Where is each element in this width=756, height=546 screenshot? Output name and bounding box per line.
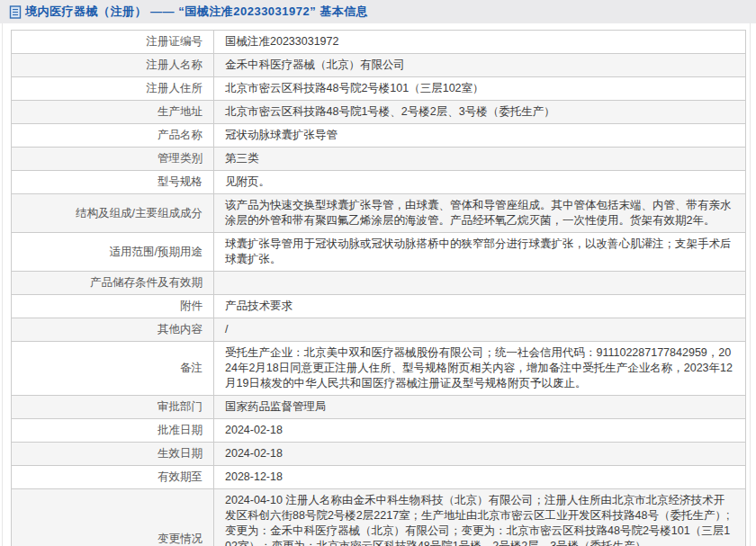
row-label: 适用范围/预期用途 [12,233,214,272]
row-value: 国家药品监督管理局 [214,396,746,419]
row-value: 2024-04-10 注册人名称由金禾中科生物科技（北京）有限公司；注册人住所由… [214,489,746,546]
table-row: 注册证编号国械注准20233031972 [12,31,746,54]
page-left-edge-line [2,23,3,546]
page-title: 境内医疗器械（注册） —— “国械注准20233031972” 基本信息 [25,4,368,20]
table-row: 批准日期2024-02-18 [12,419,746,443]
info-table-body: 注册证编号国械注准20233031972注册人名称金禾中科医疗器械（北京）有限公… [12,31,746,546]
table-row: 产品储存条件及有效期 [12,272,746,295]
row-value: 2024-02-18 [214,443,746,466]
table-row: 生效日期2024-02-18 [12,443,746,466]
row-label: 批准日期 [12,419,214,443]
row-value: 受托生产企业：北京美中双和医疗器械股份有限公司；统一社会信用代码：9111022… [214,342,746,396]
page-right-edge-line [750,23,751,546]
row-label: 生效日期 [12,443,214,466]
table-row: 备注受托生产企业：北京美中双和医疗器械股份有限公司；统一社会信用代码：91110… [12,342,746,396]
row-label: 附件 [12,295,214,318]
row-value: 北京市密云区科技路48号院2号楼101（三层102室） [214,77,746,101]
table-row: 产品名称冠状动脉球囊扩张导管 [12,124,746,148]
row-value [214,272,746,295]
row-value: 北京市密云区科技路48号院1号楼、2号楼2层、3号楼（委托生产） [214,101,746,124]
row-label: 注册人名称 [12,54,214,77]
registration-info-table: 注册证编号国械注准20233031972注册人名称金禾中科医疗器械（北京）有限公… [11,30,746,546]
page-header: 境内医疗器械（注册） —— “国械注准20233031972” 基本信息 [0,0,756,23]
row-value: 冠状动脉球囊扩张导管 [214,124,746,148]
table-row: 变更情况2024-04-10 注册人名称由金禾中科生物科技（北京）有限公司；注册… [12,489,746,546]
row-value: 2028-12-18 [214,466,746,489]
row-label: 变更情况 [12,489,214,546]
row-label: 备注 [12,342,214,396]
row-value: 该产品为快速交换型球囊扩张导管，由球囊、管体和导管座组成。其中管体包括末端、内管… [214,194,746,233]
row-value: / [214,318,746,342]
registration-info-table-wrap: 注册证编号国械注准20233031972注册人名称金禾中科医疗器械（北京）有限公… [11,30,746,546]
row-label: 注册证编号 [12,31,214,54]
table-row: 生产地址北京市密云区科技路48号院1号楼、2号楼2层、3号楼（委托生产） [12,101,746,124]
row-label: 有效期至 [12,466,214,489]
row-label: 结构及组成/主要组成成分 [12,194,214,233]
table-row: 其他内容/ [12,318,746,342]
table-row: 注册人住所北京市密云区科技路48号院2号楼101（三层102室） [12,77,746,101]
table-row: 有效期至2028-12-18 [12,466,746,489]
table-row: 型号规格见附页。 [12,171,746,194]
row-value: 金禾中科医疗器械（北京）有限公司 [214,54,746,77]
row-value: 见附页。 [214,171,746,194]
table-row: 适用范围/预期用途球囊扩张导管用于冠状动脉或冠状动脉搭桥中的狭窄部分进行球囊扩张… [12,233,746,272]
row-label: 产品名称 [12,124,214,148]
row-value: 国械注准20233031972 [214,31,746,54]
row-value: 第三类 [214,148,746,171]
row-value: 球囊扩张导管用于冠状动脉或冠状动脉搭桥中的狭窄部分进行球囊扩张，以改善心肌灌注；… [214,233,746,272]
table-row: 审批部门国家药品监督管理局 [12,396,746,419]
row-label: 管理类别 [12,148,214,171]
row-label: 产品储存条件及有效期 [12,272,214,295]
document-icon [9,5,22,19]
table-row: 注册人名称金禾中科医疗器械（北京）有限公司 [12,54,746,77]
row-value: 2024-02-18 [214,419,746,443]
row-label: 审批部门 [12,396,214,419]
row-label: 注册人住所 [12,77,214,101]
row-value: 产品技术要求 [214,295,746,318]
row-label: 型号规格 [12,171,214,194]
row-label: 生产地址 [12,101,214,124]
table-row: 附件产品技术要求 [12,295,746,318]
row-label: 其他内容 [12,318,214,342]
table-row: 结构及组成/主要组成成分该产品为快速交换型球囊扩张导管，由球囊、管体和导管座组成… [12,194,746,233]
table-row: 管理类别第三类 [12,148,746,171]
